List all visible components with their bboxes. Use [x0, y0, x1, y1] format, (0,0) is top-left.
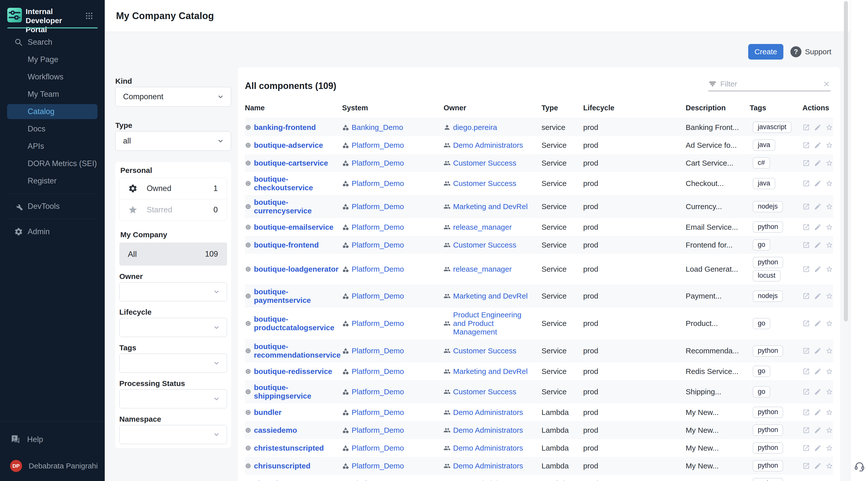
lifecycle-select[interactable]	[119, 318, 227, 337]
star-outline-icon[interactable]	[826, 291, 833, 301]
edit-icon[interactable]	[814, 123, 822, 132]
edit-icon[interactable]	[814, 408, 822, 417]
tag-chip[interactable]: python	[753, 424, 783, 436]
table-filter-input[interactable]	[720, 80, 823, 88]
sidebar-item-workflows[interactable]: Workflows	[7, 69, 97, 85]
filter-starred[interactable]: Starred 0	[120, 199, 227, 220]
filter-owned[interactable]: Owned 1	[120, 178, 227, 199]
open-in-new-icon[interactable]	[802, 240, 810, 250]
system-link[interactable]: Platform_Demo	[352, 202, 404, 211]
star-outline-icon[interactable]	[826, 367, 833, 376]
owner-link[interactable]: Demo Administrators	[453, 480, 523, 481]
edit-icon[interactable]	[814, 158, 822, 168]
system-link[interactable]: Platform_Demo	[352, 141, 404, 150]
component-name-link[interactable]: cignademo	[254, 480, 293, 481]
tag-chip[interactable]: go	[753, 239, 770, 250]
open-in-new-icon[interactable]	[802, 461, 810, 471]
edit-icon[interactable]	[814, 264, 822, 274]
star-outline-icon[interactable]	[826, 240, 833, 250]
star-outline-icon[interactable]	[826, 179, 833, 188]
edit-icon[interactable]	[814, 202, 822, 211]
type-select[interactable]: all	[115, 131, 231, 151]
component-name-link[interactable]: boutique-loadgenerator	[254, 265, 339, 273]
star-outline-icon[interactable]	[826, 461, 833, 471]
system-link[interactable]: Banking_Demo	[352, 123, 403, 132]
star-outline-icon[interactable]	[826, 202, 833, 211]
edit-icon[interactable]	[814, 479, 822, 481]
owner-link[interactable]: Customer Success	[453, 388, 516, 396]
tag-chip[interactable]: python	[753, 345, 783, 357]
component-name-link[interactable]: boutique-checkoutservice	[254, 175, 342, 192]
component-name-link[interactable]: cassiedemo	[254, 426, 297, 434]
edit-icon[interactable]	[814, 425, 822, 435]
edit-icon[interactable]	[814, 179, 822, 188]
star-outline-icon[interactable]	[826, 158, 833, 168]
owner-link[interactable]: Demo Administrators	[453, 408, 523, 417]
edit-icon[interactable]	[814, 387, 822, 396]
system-link[interactable]: Platform_Demo	[352, 292, 404, 300]
tag-chip[interactable]: python	[753, 407, 783, 418]
open-in-new-icon[interactable]	[802, 123, 810, 132]
component-name-link[interactable]: banking-frontend	[254, 123, 316, 132]
open-in-new-icon[interactable]	[802, 141, 810, 150]
tag-chip[interactable]: java	[753, 178, 775, 189]
system-link[interactable]: Platform_Demo	[352, 265, 404, 273]
sidebar-item-my-page[interactable]: My Page	[7, 52, 97, 67]
tag-chip[interactable]: c#	[753, 157, 770, 169]
component-name-link[interactable]: boutique-frontend	[254, 241, 319, 249]
sidebar-item-devtools[interactable]: DevTools	[7, 199, 97, 214]
tag-chip[interactable]: javascript	[753, 122, 792, 133]
open-in-new-icon[interactable]	[802, 425, 810, 435]
component-name-link[interactable]: boutique-recommendationservice	[254, 342, 342, 359]
system-link[interactable]: Platform_Demo	[352, 241, 404, 249]
open-in-new-icon[interactable]	[802, 443, 810, 453]
user-row[interactable]: DP Debabrata Panigrahi	[0, 458, 105, 474]
system-link[interactable]: Platform_Demo	[352, 223, 404, 232]
open-in-new-icon[interactable]	[802, 346, 810, 356]
star-outline-icon[interactable]	[826, 408, 833, 417]
open-in-new-icon[interactable]	[802, 264, 810, 274]
component-name-link[interactable]: boutique-productcatalogservice	[254, 315, 342, 332]
component-name-link[interactable]: boutique-currencyservice	[254, 198, 342, 215]
tag-chip[interactable]: go	[753, 318, 770, 329]
system-link[interactable]: Platform_Demo	[352, 444, 404, 452]
star-outline-icon[interactable]	[826, 123, 833, 132]
open-in-new-icon[interactable]	[802, 222, 810, 232]
star-outline-icon[interactable]	[826, 222, 833, 232]
open-in-new-icon[interactable]	[802, 319, 810, 328]
owner-link[interactable]: Customer Success	[453, 347, 516, 355]
system-link[interactable]: Platform_Demo	[352, 408, 404, 417]
system-link[interactable]: Platform_Demo	[352, 426, 404, 434]
owner-link[interactable]: diego.pereira	[453, 123, 497, 132]
tag-chip[interactable]: nodejs	[753, 201, 783, 212]
tag-chip[interactable]: go	[753, 386, 770, 397]
system-link[interactable]: Platform_Demo	[352, 319, 404, 328]
tag-chip[interactable]: python	[753, 257, 783, 268]
edit-icon[interactable]	[814, 367, 822, 376]
tag-chip[interactable]: nodejs	[753, 291, 783, 302]
edit-icon[interactable]	[814, 346, 822, 356]
tag-chip[interactable]: java	[753, 140, 775, 151]
star-outline-icon[interactable]	[826, 387, 833, 396]
owner-link[interactable]: Customer Success	[453, 179, 516, 188]
tag-chip[interactable]: python	[753, 221, 783, 233]
open-in-new-icon[interactable]	[802, 291, 810, 301]
sidebar-item-apis[interactable]: APIs	[7, 139, 97, 154]
sidebar-item-register[interactable]: Register	[7, 173, 97, 188]
apps-grid-icon[interactable]	[85, 11, 93, 20]
component-name-link[interactable]: boutique-shippingservice	[254, 383, 342, 400]
owner-link[interactable]: release_manager	[453, 223, 512, 232]
star-outline-icon[interactable]	[826, 141, 833, 150]
owner-link[interactable]: Demo Administrators	[453, 462, 523, 470]
component-name-link[interactable]: chrisunscripted	[254, 462, 310, 470]
tags-select[interactable]	[119, 354, 227, 373]
page-scrollbar[interactable]	[844, 1, 848, 322]
open-in-new-icon[interactable]	[802, 479, 810, 481]
system-link[interactable]: Platform_Demo	[352, 179, 404, 188]
edit-icon[interactable]	[814, 319, 822, 328]
star-outline-icon[interactable]	[826, 319, 833, 328]
sidebar-item-docs[interactable]: Docs	[7, 121, 97, 137]
star-outline-icon[interactable]	[826, 479, 833, 481]
system-link[interactable]: Platform_Demo	[352, 462, 404, 470]
headset-icon[interactable]	[854, 461, 865, 472]
